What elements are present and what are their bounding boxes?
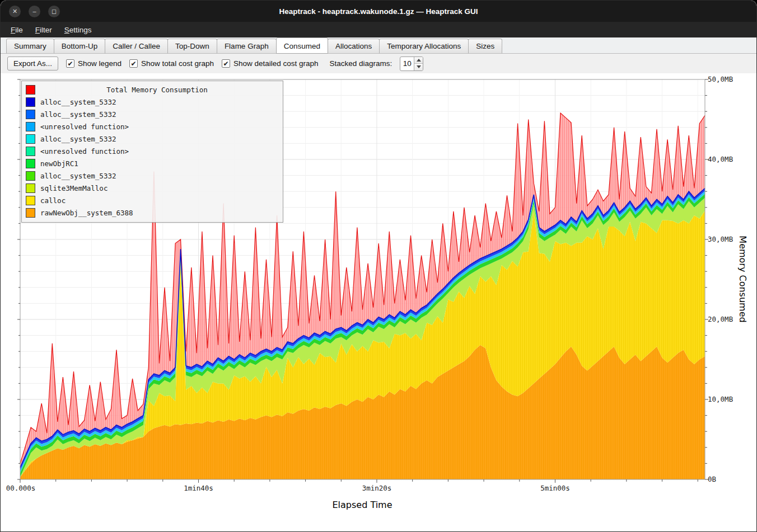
x-axis-title: Elapsed Time (332, 500, 392, 510)
legend-swatch (26, 171, 35, 181)
tabbar: Summary Bottom-Up Caller / Callee Top-Do… (1, 37, 756, 54)
legend-swatch (26, 159, 35, 168)
menu-settings[interactable]: Settings (59, 23, 97, 36)
spin-up-button[interactable] (414, 57, 423, 64)
y-axis-title: Memory Consumed (737, 236, 748, 322)
checkbox-label: Show detailed cost graph (233, 59, 319, 68)
checkbox-checked-icon (129, 59, 138, 68)
legend-entry: sqlite3MemMalloc (26, 182, 279, 194)
checkbox-show-detailed-cost-graph[interactable]: Show detailed cost graph (222, 59, 319, 68)
legend-label: calloc (40, 196, 66, 205)
spin-down-button[interactable] (414, 63, 423, 70)
legend-swatch (26, 196, 35, 205)
legend-entry: rawNewObj__system_6388 (26, 206, 279, 219)
window-title: Heaptrack - heaptrack.wakunode.1.gz — He… (1, 7, 756, 16)
toolbar: Export As... Show legend Show total cost… (1, 54, 756, 73)
legend-swatch (26, 97, 35, 107)
x-tick-label: 00.000s (6, 484, 36, 492)
legend-swatch (26, 147, 35, 156)
legend-swatch (26, 208, 35, 218)
tab-caller-callee[interactable]: Caller / Callee (105, 39, 168, 54)
tab-flame-graph[interactable]: Flame Graph (217, 39, 277, 54)
legend-swatch (26, 183, 35, 193)
legend-entry: alloc__system_5332 (26, 108, 279, 120)
legend-label: alloc__system_5332 (40, 98, 116, 106)
x-tick-label: 5min00s (540, 484, 570, 492)
legend-total-swatch (26, 85, 35, 95)
checkbox-show-legend[interactable]: Show legend (66, 59, 122, 68)
tab-allocations[interactable]: Allocations (328, 39, 380, 54)
heaptrack-window: ✕ – ◻ Heaptrack - heaptrack.wakunode.1.g… (0, 0, 757, 532)
menubar: File Filter Settings (1, 22, 756, 37)
maximize-icon: ◻ (52, 8, 57, 15)
close-icon: ✕ (12, 8, 17, 15)
minimize-icon: – (32, 8, 36, 15)
chart-legend: Total Memory Consumption alloc__system_5… (21, 81, 283, 223)
legend-entry: <unresolved function> (26, 120, 279, 133)
spinbox-value: 10 (400, 57, 414, 70)
tab-consumed[interactable]: Consumed (276, 37, 328, 54)
y-tick-label: 0B (708, 475, 716, 483)
legend-title: Total Memory Consumption (35, 86, 279, 94)
legend-swatch (26, 122, 35, 131)
y-tick-label: 40,0MB (708, 155, 733, 163)
legend-swatch (26, 134, 35, 144)
tab-summary[interactable]: Summary (6, 39, 54, 54)
legend-entry: calloc (26, 194, 279, 206)
legend-entry: alloc__system_5332 (26, 133, 279, 145)
checkbox-checked-icon (222, 59, 230, 68)
legend-label: sqlite3MemMalloc (40, 184, 108, 192)
legend-entry: newObjRC1 (26, 157, 279, 170)
legend-label: <unresolved function> (40, 123, 129, 131)
maximize-button[interactable]: ◻ (48, 6, 60, 17)
legend-swatch (26, 110, 35, 119)
x-tick-label: 3min20s (362, 484, 392, 492)
stacked-diagrams-spinbox[interactable]: 10 (400, 57, 423, 71)
chevron-down-icon (417, 65, 421, 68)
legend-label: <unresolved function> (40, 147, 129, 156)
checkbox-checked-icon (66, 59, 74, 68)
legend-label: rawNewObj__system_6388 (40, 209, 133, 217)
checkbox-label: Show total cost graph (141, 59, 214, 68)
window-controls: ✕ – ◻ (9, 6, 60, 17)
legend-entry: alloc__system_5332 (26, 170, 279, 182)
x-tick-label: 1min40s (184, 484, 213, 492)
legend-label: alloc__system_5332 (40, 135, 116, 143)
export-as-button[interactable]: Export As... (7, 57, 58, 70)
chevron-up-icon (417, 59, 421, 62)
checkbox-label: Show legend (78, 59, 122, 68)
checkbox-show-total-cost-graph[interactable]: Show total cost graph (129, 59, 214, 68)
legend-entry: alloc__system_5332 (26, 96, 279, 108)
menu-file[interactable]: File (5, 23, 29, 36)
spinbox-buttons (414, 57, 423, 70)
legend-label: alloc__system_5332 (40, 110, 116, 119)
y-tick-label: 10,0MB (708, 395, 733, 403)
tab-top-down[interactable]: Top-Down (167, 39, 217, 54)
tab-sizes[interactable]: Sizes (468, 39, 502, 54)
tab-temporary-allocations[interactable]: Temporary Allocations (379, 39, 469, 54)
stacked-diagrams-label: Stacked diagrams: (330, 59, 392, 68)
y-tick-label: 50,0MB (708, 75, 733, 83)
y-tick-label: 30,0MB (708, 235, 733, 243)
titlebar: ✕ – ◻ Heaptrack - heaptrack.wakunode.1.g… (1, 1, 756, 22)
tab-bottom-up[interactable]: Bottom-Up (54, 39, 106, 54)
y-tick-label: 20,0MB (708, 315, 733, 323)
legend-label: alloc__system_5332 (40, 172, 116, 180)
legend-title-row: Total Memory Consumption (26, 83, 279, 96)
close-button[interactable]: ✕ (9, 6, 21, 17)
consumed-chart-panel: Total Memory Consumption alloc__system_5… (1, 73, 756, 531)
minimize-button[interactable]: – (29, 6, 40, 17)
legend-entry: <unresolved function> (26, 145, 279, 157)
legend-label: newObjRC1 (40, 159, 78, 168)
menu-filter[interactable]: Filter (30, 23, 58, 36)
